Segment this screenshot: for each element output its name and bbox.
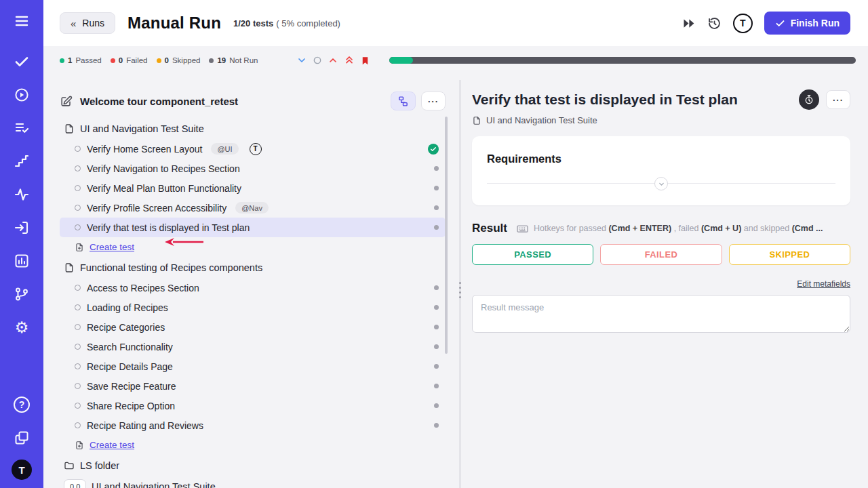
test-row[interactable]: Access to Recipes Section bbox=[60, 278, 446, 298]
divider-drag-handle[interactable] bbox=[456, 278, 464, 302]
run-progress-fill bbox=[389, 57, 412, 64]
test-label: Verify Profile Screen Accessibility bbox=[87, 203, 226, 214]
notrun-dot-icon bbox=[434, 325, 439, 329]
back-to-runs-button[interactable]: « Runs bbox=[60, 12, 115, 34]
priority-critical-double-chevron-icon[interactable] bbox=[344, 55, 355, 66]
notrun-dot-icon bbox=[434, 423, 439, 428]
detail-more-options-button[interactable]: ··· bbox=[826, 90, 850, 109]
settings-gear-icon[interactable]: ⚙ bbox=[10, 316, 33, 339]
suite-row[interactable]: Functional testing of Recipes components bbox=[60, 257, 446, 278]
status-bar: 1Passed 0Failed 0Skipped 19Not Run bbox=[43, 46, 868, 80]
test-label: Recipe Details Page bbox=[87, 361, 173, 372]
notrun-dot-icon bbox=[434, 364, 439, 369]
test-row[interactable]: Recipe Details Page bbox=[60, 357, 446, 376]
notrun-dot-icon bbox=[434, 205, 439, 210]
import-icon[interactable] bbox=[10, 216, 33, 239]
test-row[interactable]: Share Recipe Option bbox=[60, 396, 446, 415]
help-icon[interactable]: ? bbox=[10, 393, 33, 416]
run-progress-bar bbox=[389, 57, 856, 64]
tag-badge: @Nav bbox=[235, 202, 269, 214]
failed-button[interactable]: FAILED bbox=[600, 244, 722, 265]
analytics-pulse-icon[interactable] bbox=[10, 183, 33, 206]
detail-suite-breadcrumb[interactable]: UI and Navigation Test Suite bbox=[472, 115, 850, 125]
test-row[interactable]: Verify Meal Plan Button Functionality bbox=[60, 178, 446, 198]
skipped-button[interactable]: SKIPPED bbox=[729, 244, 850, 265]
test-title-link[interactable]: Verify that test is displayed in Test pl… bbox=[472, 92, 792, 108]
menu-icon[interactable] bbox=[10, 9, 33, 33]
passed-button[interactable]: PASSED bbox=[472, 244, 593, 265]
tests-check-icon[interactable] bbox=[10, 50, 33, 73]
collapse-chevron-icon[interactable] bbox=[654, 177, 668, 190]
test-row[interactable]: Search Functionality bbox=[60, 337, 446, 357]
retry-history-icon[interactable] bbox=[707, 16, 722, 30]
run-progress-text: 1/20 tests ( 5% completed) bbox=[233, 18, 340, 28]
test-row[interactable]: Verify Profile Screen Accessibility @Nav bbox=[60, 198, 446, 218]
test-label: Recipe Rating and Reviews bbox=[87, 420, 203, 431]
file-plus-icon bbox=[75, 243, 84, 252]
fast-forward-icon[interactable] bbox=[682, 16, 696, 30]
edit-metafields-link[interactable]: Edit metafields bbox=[797, 279, 850, 289]
test-circle-icon bbox=[75, 146, 81, 152]
suite-row[interactable]: UI and Navigation Test Suite bbox=[60, 476, 446, 488]
test-row[interactable]: Recipe Categories bbox=[60, 317, 446, 337]
stopwatch-icon bbox=[804, 94, 814, 105]
priority-blocker-bookmark-icon[interactable] bbox=[360, 56, 370, 66]
priority-low-chevron-down-icon[interactable] bbox=[296, 55, 307, 66]
test-row[interactable]: Recipe Rating and Reviews bbox=[60, 415, 446, 435]
test-circle-icon bbox=[75, 224, 81, 230]
result-header: Result Hotkeys for passed (Cmd + ENTER) … bbox=[472, 222, 850, 235]
test-row[interactable]: Verify Home Screen Layout @UI T bbox=[60, 139, 446, 159]
top-header: « Runs Manual Run 1/20 tests ( 5% comple… bbox=[43, 0, 868, 46]
tree-structure-button[interactable] bbox=[391, 92, 416, 110]
result-message-input[interactable] bbox=[472, 295, 850, 333]
tag-badge: @UI bbox=[211, 143, 238, 155]
folder-row[interactable]: LS folder bbox=[60, 455, 446, 476]
create-test-link[interactable]: Create test bbox=[90, 242, 134, 252]
file-icon bbox=[472, 116, 481, 125]
user-avatar[interactable]: T bbox=[12, 460, 32, 480]
metafields-row: Edit metafields bbox=[472, 277, 850, 289]
priority-high-chevron-up-icon[interactable] bbox=[328, 55, 338, 66]
test-circle-icon bbox=[75, 422, 81, 428]
finish-run-button[interactable]: Finish Run bbox=[764, 12, 850, 35]
test-circle-icon bbox=[75, 324, 81, 330]
topbar-actions: T Finish Run bbox=[682, 12, 850, 35]
priority-normal-circle-icon[interactable] bbox=[313, 56, 322, 65]
keyboard-icon bbox=[516, 222, 529, 235]
test-row[interactable]: Loading of Recipes bbox=[60, 298, 446, 317]
create-test-link[interactable]: Create test bbox=[90, 440, 134, 450]
runs-play-icon[interactable] bbox=[10, 83, 33, 106]
test-label: Verify that test is displayed in Test pl… bbox=[87, 222, 250, 233]
detail-header: Verify that test is displayed in Test pl… bbox=[472, 89, 850, 110]
test-circle-icon bbox=[75, 185, 81, 191]
timer-button[interactable] bbox=[799, 89, 819, 110]
suite-row[interactable]: UI and Navigation Test Suite bbox=[60, 118, 446, 139]
test-label: Verify Meal Plan Button Functionality bbox=[87, 183, 241, 194]
branch-icon[interactable] bbox=[10, 283, 33, 306]
test-circle-icon bbox=[75, 205, 81, 211]
dashboard-chart-icon[interactable] bbox=[10, 249, 33, 272]
compose-icon bbox=[60, 95, 73, 108]
hotkeys-text: Hotkeys for passed (Cmd + ENTER) , faile… bbox=[534, 224, 823, 233]
tree-more-options-button[interactable]: ··· bbox=[421, 92, 446, 110]
create-test-row: Create test bbox=[60, 237, 446, 257]
test-row-selected[interactable]: Verify that test is displayed in Test pl… bbox=[60, 218, 446, 237]
plans-list-icon[interactable] bbox=[10, 117, 33, 140]
stat-passed: 1Passed bbox=[60, 56, 102, 64]
steps-icon[interactable] bbox=[10, 150, 33, 173]
docs-copy-icon[interactable] bbox=[10, 426, 33, 449]
stat-notrun: 19Not Run bbox=[209, 56, 258, 64]
suite-name: UI and Navigation Test Suite bbox=[80, 123, 204, 134]
bottom-badge: 0.0 bbox=[64, 479, 86, 488]
test-label: Save Recipe Feature bbox=[87, 381, 176, 392]
back-to-runs-label: Runs bbox=[82, 18, 104, 28]
test-row[interactable]: Save Recipe Feature bbox=[60, 376, 446, 396]
testomat-logo-icon[interactable]: T bbox=[733, 14, 753, 33]
test-label: Access to Recipes Section bbox=[87, 283, 199, 293]
hotkeys-hint: Hotkeys for passed (Cmd + ENTER) , faile… bbox=[516, 222, 850, 235]
check-icon bbox=[775, 18, 785, 28]
tree-scrollbar[interactable] bbox=[445, 117, 448, 354]
test-circle-icon bbox=[75, 285, 81, 291]
sidebar: ⚙ ? T bbox=[0, 0, 43, 488]
test-row[interactable]: Verify Navigation to Recipes Section bbox=[60, 159, 446, 178]
